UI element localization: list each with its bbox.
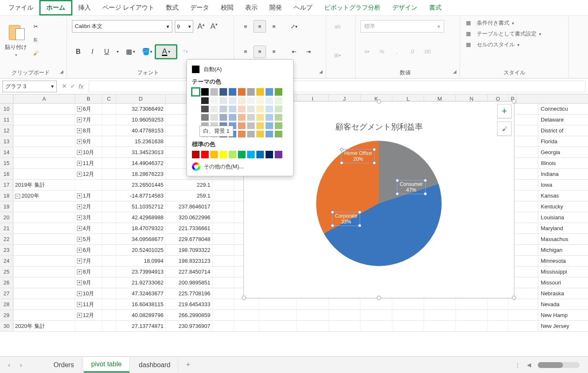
cell[interactable] [360, 299, 392, 310]
format-painter-button[interactable]: 🖌 [31, 48, 40, 58]
color-swatch[interactable] [229, 106, 236, 112]
cell[interactable] [13, 114, 75, 125]
cell[interactable]: 15.2361638 [116, 136, 166, 147]
expand-icon[interactable]: + [77, 259, 82, 264]
cell[interactable] [360, 321, 392, 331]
state-list-item[interactable]: Nevada [538, 299, 588, 310]
percent-button[interactable]: % [376, 46, 388, 58]
cell[interactable] [488, 321, 509, 331]
row-header[interactable]: 12 [0, 125, 13, 136]
color-swatch[interactable] [238, 106, 245, 112]
cell[interactable]: +9月 [75, 277, 102, 288]
expand-icon[interactable]: + [77, 128, 82, 133]
data-label-home-office[interactable]: Home Office20% [341, 149, 375, 163]
color-swatch[interactable] [256, 88, 264, 96]
pie-slices[interactable] [316, 141, 442, 266]
color-swatch[interactable] [201, 88, 209, 96]
cell[interactable] [456, 321, 488, 331]
expand-icon[interactable]: + [77, 215, 82, 220]
chart-resize-handle[interactable] [377, 99, 381, 104]
expand-icon[interactable]: + [77, 150, 82, 155]
cell[interactable]: 34.09568677 [116, 234, 166, 244]
cell[interactable]: 200.9895851 [166, 277, 212, 288]
color-swatch[interactable] [275, 131, 282, 137]
state-list-item[interactable]: Michigan [538, 245, 588, 256]
font-name-select[interactable]: Calibri 本文▾ [72, 20, 172, 33]
cell[interactable]: 225.7708196 [166, 288, 212, 299]
cell[interactable] [329, 321, 360, 331]
pie-chart[interactable]: Home Office20% Consumer47% Corporate33% [316, 141, 442, 266]
cell[interactable]: 266.2990859 [166, 310, 212, 320]
expand-icon[interactable]: + [77, 313, 82, 318]
color-swatch[interactable] [238, 131, 245, 137]
color-swatch[interactable] [220, 88, 227, 96]
color-swatch[interactable] [256, 122, 264, 129]
cell[interactable] [13, 158, 75, 168]
sheet-tab-pivot[interactable]: pivot table [84, 357, 130, 373]
increase-decimal-button[interactable]: .0 [406, 46, 418, 58]
menu-pivotchart-analyze[interactable]: ピボットグラフ分析 [318, 1, 386, 14]
chart-resize-handle[interactable] [512, 99, 516, 104]
cell[interactable]: 40.47788153 [116, 125, 166, 136]
cell[interactable] [102, 136, 116, 147]
color-swatch[interactable] [192, 114, 199, 121]
color-swatch[interactable] [247, 106, 255, 112]
color-swatch[interactable] [201, 106, 209, 112]
cell[interactable] [392, 310, 424, 320]
row-header[interactable]: 29 [0, 310, 13, 320]
color-swatch[interactable] [201, 151, 209, 158]
cell[interactable]: 14.49046372 [116, 158, 166, 168]
state-list-item[interactable]: Missouri [538, 277, 588, 288]
cell[interactable] [212, 234, 234, 244]
cell[interactable]: 42.42968988 [116, 212, 166, 223]
cell[interactable]: 320.0622996 [166, 212, 212, 223]
cell[interactable] [259, 310, 297, 320]
cell[interactable]: − 2020年 [13, 190, 75, 201]
align-right-button[interactable]: ≡ [268, 46, 280, 58]
state-list-item[interactable]: Massachus [538, 234, 588, 245]
align-center-button[interactable]: ≡ [253, 46, 266, 58]
state-list-item[interactable]: Louisiana [538, 212, 588, 223]
more-colors-button[interactable]: その他の色(M)... [190, 159, 290, 173]
color-swatch[interactable] [210, 106, 218, 112]
menu-pagelayout[interactable]: ページ レイアウト [97, 1, 160, 14]
number-format-select[interactable]: 標準▾ [360, 20, 444, 33]
cell[interactable]: 18.0994 [116, 256, 166, 266]
color-swatch[interactable] [210, 114, 218, 121]
currency-button[interactable]: ¤▾ [360, 46, 373, 58]
row-header[interactable]: 18 [0, 190, 13, 201]
tab-nav-next[interactable]: › [16, 361, 26, 369]
row-header[interactable]: 15 [0, 158, 13, 168]
italic-button[interactable]: I [86, 46, 99, 58]
menu-format[interactable]: 書式 [423, 1, 447, 14]
color-swatch[interactable] [256, 106, 264, 112]
expand-icon[interactable]: + [77, 237, 82, 242]
state-list-item[interactable]: Maryland [538, 223, 588, 234]
color-swatch[interactable] [256, 97, 264, 104]
cell[interactable]: 27.13774871 [116, 321, 166, 331]
cell[interactable]: +8月 [75, 266, 102, 277]
state-list-item[interactable]: District of [538, 125, 588, 136]
copy-button[interactable]: ⎘ [31, 35, 40, 44]
cell[interactable] [102, 169, 116, 179]
row-header[interactable]: 22 [0, 234, 13, 244]
state-list-item[interactable]: Florida [538, 136, 588, 147]
cell[interactable]: 40.08289796 [116, 310, 166, 320]
color-swatch[interactable] [201, 114, 209, 121]
menu-view[interactable]: 表示 [239, 1, 263, 14]
color-swatch[interactable] [266, 131, 273, 137]
cell[interactable]: 47.32463677 [116, 288, 166, 299]
decrease-font-button[interactable]: A▾ [209, 22, 219, 31]
row-header[interactable]: 10 [0, 104, 13, 114]
state-list-item[interactable]: Nebraska [538, 288, 588, 299]
decrease-decimal-button[interactable]: .00 [421, 46, 433, 58]
color-swatch[interactable] [229, 114, 236, 121]
state-list-item[interactable]: Delaware [538, 114, 588, 125]
color-swatch[interactable] [275, 97, 282, 104]
expand-icon[interactable]: + [77, 161, 82, 166]
cell[interactable] [424, 299, 456, 310]
cell[interactable]: +6月 [75, 104, 102, 114]
horizontal-scrollbar[interactable] [538, 362, 580, 368]
cell[interactable] [212, 299, 234, 310]
state-list-item[interactable]: Connecticu [538, 104, 588, 114]
